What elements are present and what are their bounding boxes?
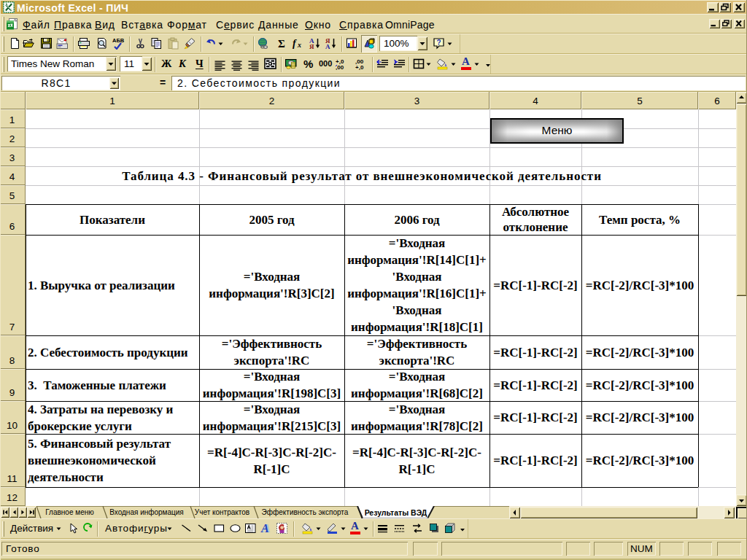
svg-text:A: A [260,522,269,534]
svg-text:Σ: Σ [278,38,285,50]
svg-text:Я: Я [309,43,314,50]
svg-text:А: А [325,43,330,50]
svg-text:?: ? [437,39,441,47]
svg-text:x: x [297,41,301,49]
svg-text:f: f [293,38,297,49]
svg-text:АБВ: АБВ [112,37,125,44]
svg-text:+,0: +,0 [355,64,364,70]
